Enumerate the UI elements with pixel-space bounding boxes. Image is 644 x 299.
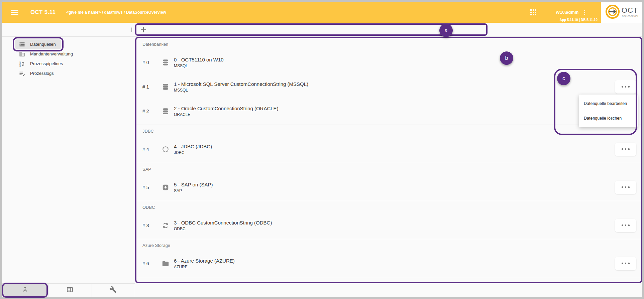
building-icon bbox=[19, 51, 25, 57]
datasource-section: ODBC # 3 3 - ODBC CustomConnectionString… bbox=[136, 201, 641, 239]
toolbar-left bbox=[2, 23, 135, 36]
svg-text:3: 3 bbox=[19, 65, 21, 67]
add-datasource-button[interactable] bbox=[138, 25, 149, 35]
datasource-section: JDBC # 4 4 - JDBC (JDBC) JDBC bbox=[136, 125, 641, 163]
body-row: Datenquellen Mandantenverwaltung 123 Pro… bbox=[2, 37, 642, 297]
datasource-row[interactable]: # 5 5 - SAP on (SAP) SAP bbox=[136, 175, 641, 199]
log-list-icon bbox=[19, 70, 25, 77]
section-rows: # 6 6 - Azure Storage (AZURE) AZURE bbox=[136, 251, 641, 276]
row-menu-button[interactable] bbox=[615, 143, 636, 156]
numbered-pipeline-icon: 123 bbox=[19, 61, 25, 67]
datasource-list: Datenbanken # 0 0 - OCT51110 on W10 MSSQ… bbox=[136, 38, 641, 277]
database-icon bbox=[162, 83, 169, 91]
annotation-badge-a: a bbox=[439, 24, 453, 37]
user-menu-icon[interactable] bbox=[583, 9, 586, 16]
section-title: Datenbanken bbox=[142, 41, 641, 47]
breadcrumb: <give me a name> / dataflows / DataSourc… bbox=[66, 10, 166, 15]
version-info: App 5.11.10 | DB 5.11.10 bbox=[560, 18, 598, 22]
section-title: JDBC bbox=[142, 128, 641, 134]
header-right: W10\admin App 5.11.10 | DB 5.11.10 bbox=[530, 2, 601, 23]
sidebar-item-label: Prozesspipelines bbox=[30, 61, 63, 66]
panel-splitter-handle[interactable] bbox=[131, 27, 134, 32]
section-title: Azure Storage bbox=[142, 243, 641, 249]
annotation-box-a: a bbox=[135, 23, 488, 36]
sidebar-item-label: Prozesslogs bbox=[30, 71, 54, 76]
section-rows: # 5 5 - SAP on (SAP) SAP bbox=[136, 175, 641, 199]
row-title: 1 - Microsoft SQL Server CustomConnectio… bbox=[174, 81, 308, 87]
database-icon bbox=[162, 59, 169, 66]
main-area: Datenbanken # 0 0 - OCT51110 on W10 MSSQ… bbox=[135, 37, 642, 297]
wrench-icon bbox=[109, 286, 117, 295]
row-title: 3 - ODBC CustomConnectionString (ODBC) bbox=[174, 220, 272, 226]
circle-icon bbox=[162, 146, 169, 153]
datasource-section: Datenbanken # 0 0 - OCT51110 on W10 MSSQ… bbox=[136, 38, 641, 125]
datasource-row[interactable]: # 4 4 - JDBC (JDBC) JDBC bbox=[136, 137, 641, 161]
datasource-section: SAP # 5 5 - SAP on (SAP) SAP bbox=[136, 163, 641, 201]
context-menu-item-datenquelle-bearbeiten[interactable]: Datenquelle bearbeiten bbox=[579, 96, 638, 111]
row-index: # 5 bbox=[142, 185, 162, 190]
section-title: ODBC bbox=[142, 204, 641, 210]
datasource-context-menu: Datenquelle bearbeitenDatenquelle lösche… bbox=[579, 95, 638, 127]
app-title: OCT 5.11 bbox=[30, 9, 56, 16]
app-window: OCT 5.11 <give me a name> / dataflows / … bbox=[0, 0, 644, 299]
section-rows: # 3 3 - ODBC CustomConnectionString (ODB… bbox=[136, 213, 641, 238]
toolbar-row: a bbox=[2, 23, 642, 37]
section-rows: # 4 4 - JDBC (JDBC) JDBC bbox=[136, 137, 641, 161]
row-subtitle: JDBC bbox=[174, 150, 212, 155]
datasource-row[interactable]: # 0 0 - OCT51110 on W10 MSSQL bbox=[136, 50, 641, 74]
row-index: # 6 bbox=[142, 261, 162, 266]
section-title: SAP bbox=[142, 166, 641, 172]
row-menu-button[interactable] bbox=[615, 181, 636, 194]
flow-icon bbox=[21, 286, 29, 295]
row-title: 4 - JDBC (JDBC) bbox=[174, 144, 212, 149]
sidebar-nav: Datenquellen Mandantenverwaltung 123 Pro… bbox=[2, 37, 135, 283]
row-title: 0 - OCT51110 on W10 bbox=[174, 57, 224, 62]
row-subtitle: AZURE bbox=[174, 265, 235, 269]
bottom-tab-3[interactable] bbox=[92, 284, 135, 297]
row-subtitle: ODBC bbox=[174, 227, 272, 231]
bottom-tab-1[interactable] bbox=[3, 284, 46, 296]
logo: OCT one cool tool bbox=[601, 2, 642, 23]
sync-icon bbox=[162, 222, 169, 229]
menu-icon[interactable] bbox=[11, 9, 18, 16]
row-title: 5 - SAP on (SAP) bbox=[174, 182, 213, 187]
logo-tagline: one cool tool bbox=[622, 15, 638, 18]
row-index: # 0 bbox=[142, 60, 162, 65]
apps-grid-icon[interactable] bbox=[530, 9, 536, 15]
table-icon bbox=[66, 286, 74, 295]
row-title: 6 - Azure Storage (AZURE) bbox=[174, 258, 235, 264]
row-subtitle: MSSQL bbox=[174, 63, 224, 68]
datasource-row[interactable]: # 3 3 - ODBC CustomConnectionString (ODB… bbox=[136, 213, 641, 238]
logo-name: OCT bbox=[622, 7, 638, 14]
datasource-row[interactable]: # 1 1 - Microsoft SQL Server CustomConne… bbox=[136, 74, 641, 99]
row-menu-button[interactable] bbox=[615, 80, 636, 94]
row-index: # 4 bbox=[142, 147, 162, 152]
sidebar-item-prozesspipelines[interactable]: 123 Prozesspipelines bbox=[15, 59, 68, 68]
user-label: W10\admin bbox=[556, 10, 579, 15]
datasource-section: Azure Storage # 6 6 - Azure Storage (AZU… bbox=[136, 239, 641, 277]
oct-logo-icon bbox=[605, 4, 620, 20]
sidebar-item-prozesslogs[interactable]: Prozesslogs bbox=[15, 68, 59, 78]
context-menu-item-datenquelle-löschen[interactable]: Datenquelle löschen bbox=[579, 111, 638, 126]
row-index: # 2 bbox=[142, 109, 162, 114]
sidebar-item-label: Mandantenverwaltung bbox=[30, 51, 73, 56]
sidebar-item-mandantenverwaltung[interactable]: Mandantenverwaltung bbox=[15, 49, 78, 59]
sap-icon bbox=[162, 184, 169, 191]
bottom-tabs bbox=[2, 283, 135, 297]
row-menu-button[interactable] bbox=[615, 219, 636, 232]
annotation-box-b: Datenbanken # 0 0 - OCT51110 on W10 MSSQ… bbox=[135, 37, 642, 283]
row-index: # 3 bbox=[142, 223, 162, 228]
sidebar: Datenquellen Mandantenverwaltung 123 Pro… bbox=[2, 37, 135, 297]
folder-icon bbox=[162, 260, 169, 267]
sidebar-item-label: Datenquellen bbox=[30, 42, 56, 47]
datasource-row[interactable]: # 6 6 - Azure Storage (AZURE) AZURE bbox=[136, 251, 641, 276]
bottom-tab-2[interactable] bbox=[48, 284, 91, 297]
row-subtitle: ORACLE bbox=[174, 112, 279, 117]
datasource-row[interactable]: # 2 2 - Oracle CustomConnectionString (O… bbox=[136, 99, 641, 123]
database-icon bbox=[162, 108, 169, 115]
row-subtitle: MSSQL bbox=[174, 88, 308, 93]
section-rows: # 0 0 - OCT51110 on W10 MSSQL # 1 1 - Mi… bbox=[136, 50, 641, 123]
row-title: 2 - Oracle CustomConnectionString (ORACL… bbox=[174, 106, 279, 111]
row-menu-button[interactable] bbox=[615, 257, 636, 270]
sidebar-item-datenquellen[interactable]: Datenquellen bbox=[15, 39, 61, 49]
